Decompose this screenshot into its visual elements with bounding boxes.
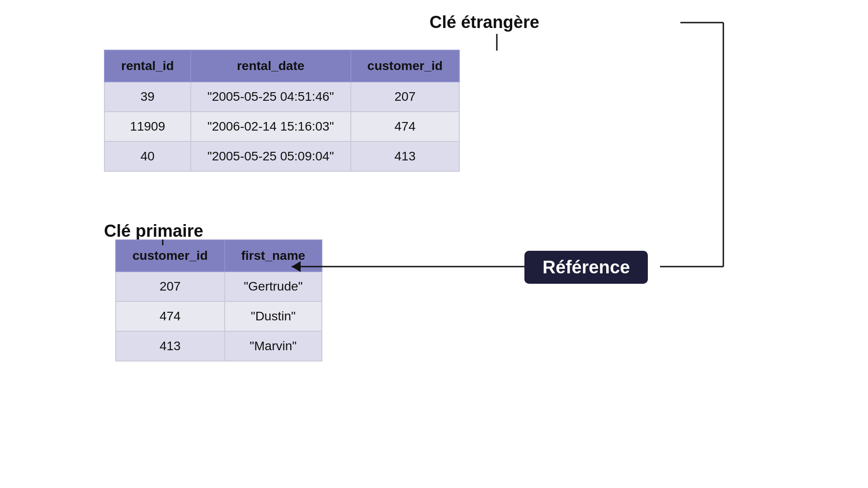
reference-badge: Référence — [524, 251, 648, 284]
rental-table: rental_id rental_date customer_id 39 "20… — [104, 50, 460, 172]
cell: 40 — [104, 141, 191, 171]
cle-etrangere-label: Clé étrangère — [429, 13, 539, 32]
col-customer-id-pk: customer_id — [116, 240, 225, 272]
cell: "2005-05-25 04:51:46" — [191, 82, 351, 112]
cle-primaire-label: Clé primaire — [104, 221, 203, 241]
cell: "Gertrude" — [225, 272, 322, 301]
table-row: 39 "2005-05-25 04:51:46" 207 — [104, 82, 459, 112]
cell: "2006-02-14 15:16:03" — [191, 112, 351, 141]
col-customer-id-fk: customer_id — [351, 50, 460, 82]
cell: 413 — [116, 331, 225, 361]
cell: 207 — [351, 82, 460, 112]
cell: 474 — [116, 301, 225, 331]
cell: 413 — [351, 141, 460, 171]
cell: "Marvin" — [225, 331, 322, 361]
cell: "Dustin" — [225, 301, 322, 331]
cell: "2005-05-25 05:09:04" — [191, 141, 351, 171]
col-rental-id: rental_id — [104, 50, 191, 82]
table-row: 40 "2005-05-25 05:09:04" 413 — [104, 141, 459, 171]
col-first-name: first_name — [225, 240, 322, 272]
cell: 474 — [351, 112, 460, 141]
cell: 11909 — [104, 112, 191, 141]
table-row: 207 "Gertrude" — [116, 272, 322, 301]
table-row: 11909 "2006-02-14 15:16:03" 474 — [104, 112, 459, 141]
table-row: 413 "Marvin" — [116, 331, 322, 361]
cell: 39 — [104, 82, 191, 112]
cell: 207 — [116, 272, 225, 301]
diagram-scene: Clé étrangère Clé primaire Référence ren… — [0, 0, 868, 488]
col-rental-date: rental_date — [191, 50, 351, 82]
customer-table: customer_id first_name 207 "Gertrude" 47… — [115, 239, 322, 361]
table-row: 474 "Dustin" — [116, 301, 322, 331]
